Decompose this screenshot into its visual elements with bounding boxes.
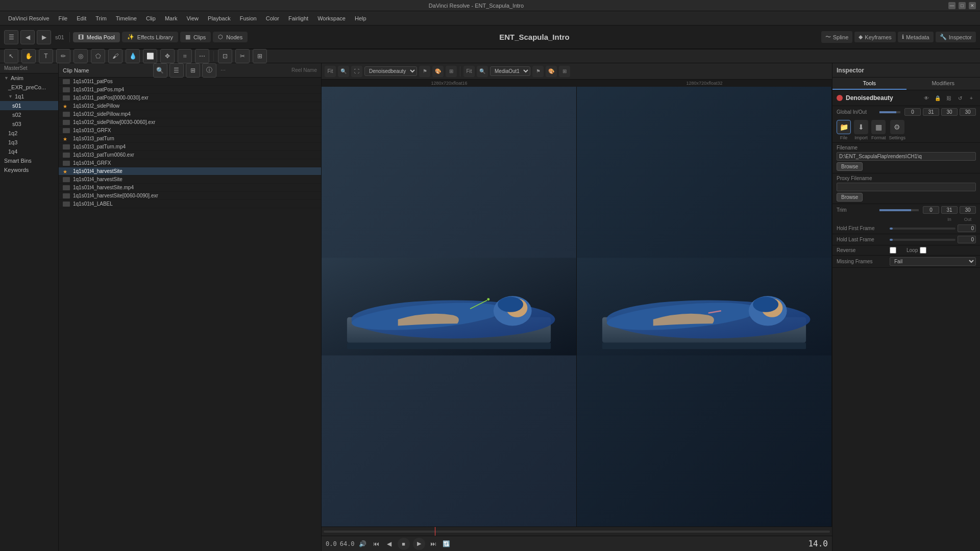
trim-in-val[interactable]: 0 (923, 206, 939, 214)
loop-checkbox[interactable] (920, 247, 926, 254)
tool-tracker[interactable]: ⊡ (218, 49, 232, 63)
bin-view-list[interactable]: ☰ (169, 63, 184, 78)
menu-view[interactable]: View (182, 14, 203, 23)
skip-end-btn[interactable]: ⏭ (428, 539, 438, 549)
filename-input[interactable] (837, 152, 976, 161)
maximize-button[interactable]: □ (959, 2, 966, 9)
missing-frames-select[interactable]: Fail Black Repeat (890, 257, 976, 266)
nav-1q4[interactable]: 1q4 (0, 147, 58, 156)
list-item[interactable]: 1q1s01t2_sidePillow[0030-0060].exr (59, 118, 321, 127)
tool-paint[interactable]: ✏ (56, 49, 70, 63)
global-inout-slider[interactable] (879, 111, 900, 113)
viewer-left[interactable] (322, 87, 577, 527)
tool-warp[interactable]: ⌗ (178, 49, 192, 63)
insp-tool-file[interactable]: 📁 File (837, 120, 851, 140)
viewer-color-right[interactable]: 🎨 (546, 66, 557, 77)
bin-more[interactable]: ⋯ (218, 66, 228, 74)
list-item[interactable]: 1q1s01t1_patPos (59, 78, 321, 86)
trim-out-val[interactable]: 30 (960, 206, 976, 214)
viewer-fit-btn[interactable]: Fit (325, 66, 336, 77)
trim-mid-val[interactable]: 31 (941, 206, 958, 214)
list-item[interactable]: 1q1s01t2_sidePillow.mp4 (59, 110, 321, 118)
menu-mark[interactable]: Mark (161, 14, 181, 23)
list-item[interactable]: 1q1s01t3_GRFX (59, 127, 321, 135)
viewer-fit-right[interactable]: Fit (463, 66, 475, 77)
hold-first-slider[interactable] (890, 228, 955, 230)
loop-btn[interactable]: 🔃 (442, 539, 452, 549)
play-back-btn[interactable]: ◀ (384, 539, 395, 549)
tool-eyedrop[interactable]: 💧 (126, 49, 140, 63)
list-item[interactable]: ★ 1q1s01t3_patTurn (59, 135, 321, 143)
menu-clip[interactable]: Clip (142, 14, 160, 23)
list-item[interactable]: ★ 1q1s01t4_harvestSite (59, 167, 321, 176)
nav-forward[interactable]: ▶ (37, 30, 51, 44)
nav-s03[interactable]: s03 (0, 119, 58, 129)
insp-chain-btn[interactable]: ⛓ (944, 93, 953, 103)
panel-toggle[interactable]: ☰ (4, 30, 18, 44)
tool-hand[interactable]: ✋ (21, 49, 36, 63)
bin-view-meta[interactable]: ⓘ (202, 63, 216, 78)
viewer-flag[interactable]: ⚑ (419, 66, 430, 77)
tool-poly[interactable]: ⬠ (91, 49, 105, 63)
tool-paint2[interactable]: 🖌 (108, 49, 122, 63)
tab-tools[interactable]: Tools (832, 78, 906, 90)
menu-davinci[interactable]: DaVinci Resolve (4, 14, 54, 23)
module-media-pool[interactable]: 🎞 Media Pool (73, 32, 120, 42)
bin-view-grid[interactable]: ⊞ (186, 63, 200, 78)
menu-workspace[interactable]: Workspace (313, 14, 350, 23)
insp-lock-btn[interactable]: 🔒 (933, 93, 942, 103)
hold-last-value[interactable]: 0 (958, 236, 976, 243)
play-btn[interactable]: ▶ (413, 538, 425, 550)
menu-trim[interactable]: Trim (91, 14, 111, 23)
hold-first-value[interactable]: 0 (958, 224, 976, 232)
nav-back[interactable]: ◀ (20, 30, 35, 44)
insp-reset-btn[interactable]: ↺ (955, 93, 965, 103)
menu-playback[interactable]: Playback (204, 14, 235, 23)
viewer-source-select[interactable]: Denoisedbeauty (364, 66, 417, 76)
tool-text[interactable]: T (39, 49, 53, 63)
viewer-output-select[interactable]: MediaOut1 (490, 66, 530, 76)
inspector-button[interactable]: 🔧 Inspector (936, 32, 976, 42)
volume-icon[interactable]: 🔊 (358, 539, 368, 549)
global-out1-val[interactable]: 30 (941, 108, 958, 116)
tool-move[interactable]: ✥ (160, 49, 175, 63)
viewer-flag-right[interactable]: ⚑ (532, 66, 544, 77)
viewer-full[interactable]: ⛶ (351, 66, 362, 77)
spline-button[interactable]: 〜 Spline (821, 31, 853, 43)
viewer-zoom-out[interactable]: 🔍 (338, 66, 349, 77)
nav-exr[interactable]: _EXR_preCo... (0, 83, 58, 92)
tool-pointer[interactable]: ↖ (4, 49, 18, 63)
insp-plus-btn[interactable]: + (967, 93, 976, 103)
tool-align[interactable]: ⊞ (253, 49, 267, 63)
minimize-button[interactable]: — (948, 2, 955, 9)
skip-start-btn[interactable]: ⏮ (371, 539, 381, 549)
stop-btn[interactable]: ■ (398, 538, 410, 550)
reverse-checkbox[interactable] (890, 247, 896, 254)
tool-3d[interactable]: ⬜ (143, 49, 157, 63)
menu-color[interactable]: Color (262, 14, 283, 23)
global-in-val[interactable]: 0 (904, 108, 921, 116)
viewer-scope-right[interactable]: ⊞ (559, 66, 570, 77)
metadata-button[interactable]: ℹ Metadata (898, 32, 934, 42)
hold-last-slider[interactable] (890, 239, 955, 241)
tool-crop[interactable]: ✂ (235, 49, 250, 63)
nav-1q1[interactable]: ▼ 1q1 (0, 92, 58, 101)
nav-1q2[interactable]: 1q2 (0, 129, 58, 138)
keyframes-button[interactable]: ◆ Keyframes (854, 32, 896, 42)
viewer-zoom-out-right[interactable]: 🔍 (477, 66, 488, 77)
list-item[interactable]: 1q1s01t3_patTurn0060.exr (59, 151, 321, 159)
list-item[interactable]: 1q1s01t3_patTurn.mp4 (59, 143, 321, 151)
insp-tool-format[interactable]: ▦ Format (871, 120, 886, 140)
menu-file[interactable]: File (55, 14, 72, 23)
proxy-filename-input[interactable] (837, 183, 976, 191)
global-mid-val[interactable]: 31 (923, 108, 939, 116)
scrubber-track[interactable] (324, 527, 830, 536)
trim-slider[interactable] (879, 209, 919, 211)
nav-anim[interactable]: ▼ Anim (0, 73, 58, 83)
module-nodes[interactable]: ⬡ Nodes (213, 32, 248, 42)
viewer-right[interactable] (577, 87, 832, 527)
insp-eye-btn[interactable]: 👁 (922, 93, 931, 103)
list-item[interactable]: 1q1s01t4_harvestSite[0060-0090].exr (59, 192, 321, 200)
nav-smartbins[interactable]: Smart Bins (0, 156, 58, 165)
list-item[interactable]: 1q1s01t1_patPos[0000-0030].exr (59, 94, 321, 102)
